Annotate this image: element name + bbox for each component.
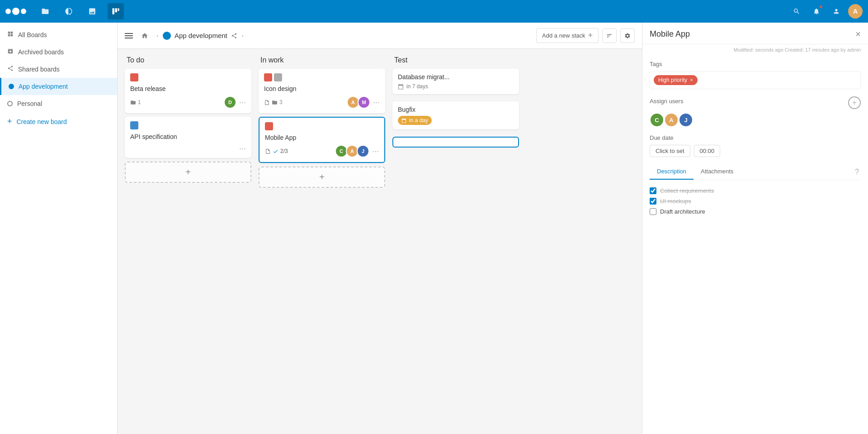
note-icon-2 xyxy=(265,148,271,154)
main-layout: All Boards Archived boards Shared boards… xyxy=(0,23,868,434)
sidebar: All Boards Archived boards Shared boards… xyxy=(0,23,118,434)
add-user-button[interactable]: + xyxy=(848,96,861,109)
beta-more-btn[interactable]: ··· xyxy=(239,98,246,107)
checklist-checkbox-2[interactable] xyxy=(650,198,656,205)
icon-design-more[interactable]: ··· xyxy=(373,98,380,107)
column-todo-header: To do xyxy=(125,56,251,64)
api-spec-title: API specification xyxy=(130,133,246,140)
tags-section: Tags High priority × xyxy=(650,61,861,89)
board-area: › App development › Add a new stack + xyxy=(118,23,642,434)
mobile-app-more[interactable]: ··· xyxy=(372,147,379,156)
detail-close-button[interactable]: × xyxy=(855,29,861,39)
svg-rect-1 xyxy=(115,8,118,12)
assignee-c: C xyxy=(650,113,664,127)
card-mobile-app[interactable]: Mobile App 2/3 C A J xyxy=(259,117,385,163)
column-todo: To do Beta release 1 xyxy=(125,56,251,183)
add-card-test-area[interactable] xyxy=(392,137,519,148)
user-avatar[interactable]: A xyxy=(848,4,863,19)
column-in-work-header: In work xyxy=(259,56,385,64)
checklist-label-3: Draft architecture xyxy=(660,208,705,215)
sidebar-item-create-board[interactable]: + Create new board xyxy=(0,112,117,131)
detail-header: Mobile App × xyxy=(642,23,868,44)
mobile-app-red xyxy=(265,122,273,130)
api-spec-footer: ··· xyxy=(130,144,246,153)
detail-panel-title: Mobile App xyxy=(650,29,690,39)
tag-remove-icon[interactable]: × xyxy=(690,77,693,83)
columns-container: To do Beta release 1 xyxy=(118,49,642,434)
tab-description[interactable]: Description xyxy=(650,164,693,180)
help-icon[interactable]: ? xyxy=(853,164,861,180)
card-beta-meta: 1 xyxy=(130,99,221,105)
click-to-set-button[interactable]: Click to set xyxy=(650,145,690,157)
beta-avatars: D xyxy=(224,96,236,109)
sidebar-item-shared-boards[interactable]: Shared boards xyxy=(0,61,117,78)
db-migration-date: in 7 days xyxy=(398,83,514,90)
notifications-icon[interactable] xyxy=(808,3,825,19)
add-card-todo[interactable]: + xyxy=(125,162,251,183)
icon-design-folder-count: 3 xyxy=(279,99,283,105)
add-card-in-work[interactable]: + xyxy=(259,167,385,188)
api-more-btn[interactable]: ··· xyxy=(239,144,246,153)
search-icon[interactable] xyxy=(788,3,805,19)
share-icon xyxy=(7,65,14,73)
column-in-work: In work Icon design 3 xyxy=(259,56,385,188)
card-icon-design[interactable]: Icon design 3 A M ··· xyxy=(259,69,385,113)
assignee-avatars: C A J xyxy=(650,113,861,127)
due-date-label: Due date xyxy=(650,134,861,141)
filter-button[interactable] xyxy=(602,29,617,43)
high-priority-tag[interactable]: High priority × xyxy=(654,75,698,85)
share-board-icon[interactable] xyxy=(231,33,237,39)
photos-icon[interactable] xyxy=(84,3,100,19)
mobile-app-title: Mobile App xyxy=(265,134,379,141)
personal-dot xyxy=(7,101,13,106)
checklist-checkbox-1[interactable] xyxy=(650,187,656,194)
settings-button[interactable] xyxy=(620,29,635,43)
sidebar-item-personal[interactable]: Personal ··· xyxy=(0,95,117,112)
sidebar-item-archived-boards[interactable]: Archived boards xyxy=(0,43,117,61)
due-date-section: Due date Click to set 00:00 xyxy=(650,134,861,157)
menu-toggle[interactable] xyxy=(125,33,133,38)
board-header: › App development › Add a new stack + xyxy=(118,23,642,49)
checklist: Collect requirements UI mockups Draft ar… xyxy=(650,186,861,217)
folder-icon xyxy=(130,100,136,105)
board-color-dot xyxy=(163,32,171,40)
contacts-icon[interactable] xyxy=(828,3,844,19)
sidebar-item-all-boards[interactable]: All Boards xyxy=(0,26,117,43)
tag-label: High priority xyxy=(658,77,687,83)
detail-panel: Mobile App × Modified: seconds ago Creat… xyxy=(642,23,868,434)
bugfix-title: Bugfix xyxy=(398,106,514,113)
checklist-checkbox-3[interactable] xyxy=(650,208,656,215)
tab-attachments[interactable]: Attachments xyxy=(693,164,741,180)
tags-label: Tags xyxy=(650,61,861,67)
mobile-app-check-count: 2/3 xyxy=(280,148,288,154)
active-dot xyxy=(9,84,14,89)
column-test-cards: Database migrat... in 7 days Bugfix in xyxy=(392,69,519,148)
card-bugfix[interactable]: Bugfix in a day xyxy=(392,101,519,129)
detail-body: Tags High priority × Assign users + C A xyxy=(642,55,868,222)
board-title: App development xyxy=(175,32,227,39)
note-icon xyxy=(264,100,270,105)
card-database-migration[interactable]: Database migrat... in 7 days xyxy=(392,69,519,94)
activity-icon[interactable] xyxy=(61,3,77,19)
icon-design-footer: 3 A M ··· xyxy=(264,96,380,109)
sidebar-item-app-development[interactable]: App development ··· xyxy=(0,78,117,95)
time-button[interactable]: 00:00 xyxy=(694,145,721,157)
notification-badge xyxy=(819,5,823,9)
icon-design-gray xyxy=(274,73,282,81)
deck-icon[interactable] xyxy=(108,3,124,19)
svg-rect-2 xyxy=(118,8,119,11)
card-api-spec[interactable]: API specification ··· xyxy=(125,117,251,158)
sidebar-item-all-boards-label: All Boards xyxy=(18,31,110,38)
icon-design-avatars: A M xyxy=(347,96,370,109)
home-button[interactable] xyxy=(137,29,152,43)
checklist-label-2: UI mockups xyxy=(660,198,691,205)
assignee-j: J xyxy=(679,113,693,127)
add-stack-button[interactable]: Add a new stack + xyxy=(536,28,599,43)
card-beta-release[interactable]: Beta release 1 D ··· xyxy=(125,69,251,113)
logo-circle-1 xyxy=(5,9,11,14)
check-icon xyxy=(273,148,278,154)
assignee-a: A xyxy=(664,113,679,127)
files-icon[interactable] xyxy=(37,3,53,19)
sidebar-item-app-dev-label: App development xyxy=(19,83,99,90)
detail-tabs: Description Attachments ? xyxy=(650,164,861,180)
